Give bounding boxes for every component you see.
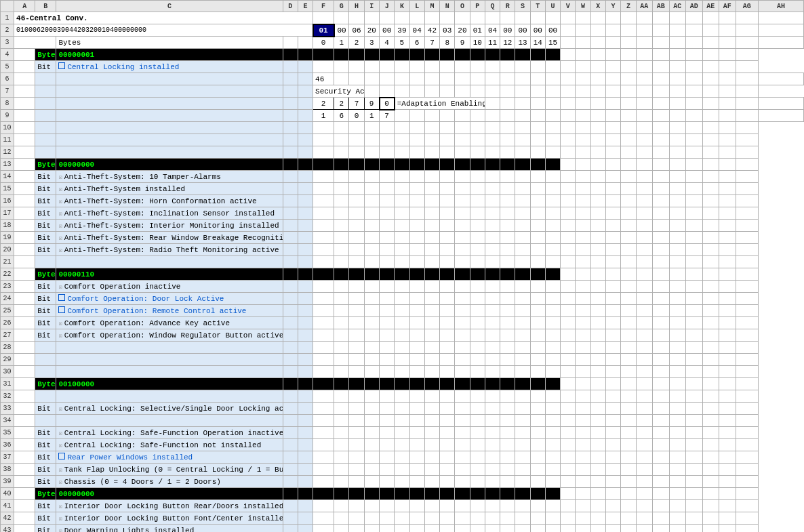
security-access-label: Security Access xyxy=(313,85,365,98)
x-icon: ☒ xyxy=(58,333,62,340)
table-row: 43 Bit 2 ☒Door Warning Lights installed xyxy=(1,525,804,533)
table-row: 1 46-Central Conv. xyxy=(1,12,804,24)
security-box-4: 9 xyxy=(364,98,379,110)
x-icon: ☒ xyxy=(58,284,62,291)
n2-cell: 03 xyxy=(440,24,455,37)
table-row: 15 Bit 1 ☒Anti-Theft-System installed xyxy=(1,183,804,195)
byte0-label: Byte 0 xyxy=(35,49,56,61)
bit0-label: Bit 0 xyxy=(35,61,56,73)
x-icon: ☒ xyxy=(58,186,62,193)
x-icon: ☒ xyxy=(58,199,62,205)
table-row: 34 xyxy=(1,415,804,427)
x-icon: ☒ xyxy=(58,211,62,218)
table-row: 13 Byte 1 00000000 xyxy=(1,159,804,171)
x-icon: ☒ xyxy=(58,467,62,474)
col-header-v: V xyxy=(561,1,576,12)
col-header-x: X xyxy=(590,1,605,12)
x-icon: ☒ xyxy=(58,516,62,523)
i2-cell: 20 xyxy=(364,24,379,37)
spreadsheet: A B C D E F G H I J K L M N O P Q R S T xyxy=(0,0,804,532)
table-row: 36 Bit 4 ☒Central Locking: Safe-Function… xyxy=(1,439,804,451)
col-header-n: N xyxy=(440,1,455,12)
x-icon: ☒ xyxy=(58,504,62,510)
col-header-af: AF xyxy=(719,1,736,12)
k2-cell: 39 xyxy=(395,24,409,37)
checkbox-icon xyxy=(58,306,65,313)
col-header-h: H xyxy=(349,1,364,12)
table-row: 17 Bit 3 ☒Anti-Theft-System: Inclination… xyxy=(1,207,804,220)
p2-cell: 01 xyxy=(470,24,485,37)
byte1-label: Byte 1 xyxy=(35,159,56,171)
col-header-m: M xyxy=(424,1,439,12)
bit0-b1-label: Bit 0 xyxy=(35,171,56,183)
security-box-1: 2 xyxy=(313,98,334,110)
x-icon: ☒ xyxy=(58,479,62,486)
security-box-5: 0 xyxy=(380,98,395,110)
table-row: 25 Bit 2 Comfort Operation: Remote Contr… xyxy=(1,305,804,317)
col-header-g: G xyxy=(334,1,349,12)
byte4-label: Byte 4 xyxy=(35,488,56,500)
table-row: 7 Security Access xyxy=(1,85,804,98)
table-row: 21 xyxy=(1,256,804,268)
col-header-a: A xyxy=(14,1,35,12)
table-row: 19 Bit 5 ☒Anti-Theft-System: Rear Window… xyxy=(1,232,804,244)
col-header-i: I xyxy=(364,1,379,12)
table-row: 4 Byte 0 00000001 xyxy=(1,49,804,61)
x-icon: ☒ xyxy=(58,235,62,242)
table-row: 24 Bit 1 Comfort Operation: Door Lock Ac… xyxy=(1,293,804,305)
table-row: 12 xyxy=(1,146,804,159)
byte2-label: Byte 2 xyxy=(35,268,56,281)
table-row: 9 1 6 0 1 7 xyxy=(1,110,804,122)
table-row: 20 Bit 6 ☒Anti-Theft-System: Radio Theft… xyxy=(1,244,804,256)
byte3-value: 00100000 xyxy=(56,378,283,390)
table-row: 3 Bytes 0 1 2 3 4 5 6 7 8 9 10 11 12 13 … xyxy=(1,37,804,49)
table-row: 28 xyxy=(1,342,804,354)
table-row: 41 Bit 0 ☒Interior Door Locking Button R… xyxy=(1,500,804,512)
h2-cell: 06 xyxy=(349,24,364,37)
x-icon: ☒ xyxy=(58,406,62,413)
col-header-k: K xyxy=(395,1,409,12)
table-row: 8 2 2 7 9 0 =Adaptation Enabling xyxy=(1,98,804,110)
col-header-aa: AA xyxy=(636,1,653,12)
table-row: 10 xyxy=(1,122,804,134)
col-header-j: J xyxy=(380,1,395,12)
col-header-o: O xyxy=(455,1,470,12)
col-header-ah: AH xyxy=(758,1,803,12)
byte2-value: 00000110 xyxy=(56,268,283,281)
col-header-ab: AB xyxy=(653,1,670,12)
bit0-b1-value: ☒Anti-Theft-System: 10 Tamper-Alarms xyxy=(56,171,283,183)
col-header-f: F xyxy=(313,1,334,12)
checkbox-icon xyxy=(58,294,65,301)
bytes-label: Bytes xyxy=(56,37,283,49)
x-icon: ☒ xyxy=(58,223,62,230)
col-header-s: S xyxy=(515,1,530,12)
col-header-ac: AC xyxy=(669,1,686,12)
adaptation-label: =Adaptation Enabling xyxy=(395,98,485,110)
title-cell: 46-Central Conv. xyxy=(14,12,313,24)
s2-cell: 00 xyxy=(515,24,530,37)
rear-power-windows-cell: Rear Power Windows installed xyxy=(56,451,283,464)
security-box-2: 2 xyxy=(334,98,349,110)
table-row: 40 Byte 4 00000000 xyxy=(1,488,804,500)
x-icon: ☒ xyxy=(58,443,62,449)
q2-cell: 04 xyxy=(485,24,500,37)
col-header-z: Z xyxy=(621,1,636,12)
bit0-value: Central Locking installed xyxy=(56,61,283,73)
col-header-e: E xyxy=(298,1,313,12)
checkbox-icon xyxy=(58,62,65,69)
o2-cell: 20 xyxy=(455,24,470,37)
column-header-row: A B C D E F G H I J K L M N O P Q R S T xyxy=(1,1,804,12)
table-row: 18 Bit 4 ☒Anti-Theft-System: Interior Mo… xyxy=(1,220,804,232)
col-header-u: U xyxy=(545,1,560,12)
col-header-p: P xyxy=(470,1,485,12)
table-row: 29 xyxy=(1,354,804,366)
table-row: 14 Bit 0 ☒Anti-Theft-System: 10 Tamper-A… xyxy=(1,171,804,183)
table-row: 22 Byte 2 00000110 xyxy=(1,268,804,281)
col-header-r: R xyxy=(500,1,515,12)
security-box-3: 7 xyxy=(349,98,364,110)
f2-cell: 01 xyxy=(313,24,334,37)
table-row: 33 Bit 1 ☒Central Locking: Selective/Sin… xyxy=(1,403,804,415)
r2-cell: 00 xyxy=(500,24,515,37)
x-icon: ☒ xyxy=(58,247,62,254)
table-row: 6 46 xyxy=(1,73,804,85)
